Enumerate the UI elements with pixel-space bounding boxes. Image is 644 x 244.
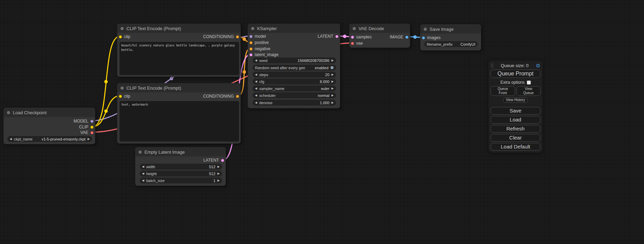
input-slot-model-label: model bbox=[255, 34, 266, 39]
node-save-image[interactable]: Save Image images filename_prefix ComfyU… bbox=[420, 24, 481, 51]
drag-handle-icon[interactable]: ⣿ bbox=[491, 63, 494, 67]
node-status-dot[interactable] bbox=[424, 28, 427, 31]
increment-arrow-icon[interactable]: ▶ bbox=[332, 59, 334, 62]
output-slot-vae-dot[interactable] bbox=[90, 131, 94, 134]
ckpt-name-combo-widget[interactable]: ◀ ckpt_name v1-5-pruned-emaonly.ckpt ▶ bbox=[7, 136, 92, 142]
link-conditioning-positive-dot[interactable] bbox=[242, 37, 246, 41]
denoise-number-widget[interactable]: ◀ denoise 1.000 ▶ bbox=[253, 100, 336, 106]
decrement-arrow-icon[interactable]: ◀ bbox=[142, 172, 144, 175]
extra-options-checkbox[interactable] bbox=[527, 81, 531, 84]
decrement-arrow-icon[interactable]: ◀ bbox=[10, 138, 12, 141]
view-queue-button[interactable]: View Queue bbox=[517, 86, 540, 96]
node-title-bar[interactable]: VAE Decode bbox=[350, 24, 410, 33]
output-slot-conditioning-dot[interactable] bbox=[236, 95, 239, 98]
node-title-bar[interactable]: Empty Latent Image bbox=[135, 147, 226, 156]
clear-button[interactable]: Clear bbox=[491, 134, 540, 142]
increment-arrow-icon[interactable]: ▶ bbox=[88, 138, 90, 141]
link-samples-dot[interactable] bbox=[343, 35, 346, 38]
link-conditioning-negative-dot[interactable] bbox=[242, 70, 246, 74]
decrement-arrow-icon[interactable]: ◀ bbox=[255, 80, 257, 83]
decrement-arrow-icon[interactable]: ◀ bbox=[255, 87, 257, 90]
sampler-name-combo-widget[interactable]: ◀ sampler_name euler ▶ bbox=[253, 85, 336, 91]
toggle-dot-icon[interactable] bbox=[330, 66, 334, 69]
queue-front-button[interactable]: Queue Front bbox=[491, 86, 515, 96]
settings-gear-icon[interactable]: ⚙ bbox=[536, 63, 540, 68]
node-title-bar[interactable]: CLIP Text Encode (Prompt) bbox=[117, 83, 240, 92]
node-status-dot[interactable] bbox=[121, 87, 124, 90]
increment-arrow-icon[interactable]: ▶ bbox=[332, 87, 334, 90]
view-history-button[interactable]: View History bbox=[503, 97, 528, 103]
output-slot-model-dot[interactable] bbox=[90, 120, 94, 123]
decrement-arrow-icon[interactable]: ◀ bbox=[255, 73, 257, 76]
output-slot-clip-dot[interactable] bbox=[90, 126, 94, 129]
node-status-dot[interactable] bbox=[7, 111, 10, 114]
increment-arrow-icon[interactable]: ▶ bbox=[218, 179, 220, 182]
cfg-number-widget[interactable]: ◀ cfg 8.000 ▶ bbox=[253, 79, 336, 84]
input-slot-images-dot[interactable] bbox=[422, 36, 425, 39]
batch-size-number-widget[interactable]: ◀ batch_size 1 ▶ bbox=[140, 178, 222, 183]
node-status-dot[interactable] bbox=[121, 27, 124, 30]
increment-arrow-icon[interactable]: ▶ bbox=[218, 172, 220, 175]
node-title-bar[interactable]: Load Checkpoint bbox=[4, 108, 95, 117]
prompt-textarea[interactable]: text, watermark bbox=[120, 101, 239, 142]
link-images-dot[interactable] bbox=[413, 35, 417, 39]
input-slot-negative-dot[interactable] bbox=[249, 47, 253, 51]
input-slot-vae-dot[interactable] bbox=[351, 42, 354, 45]
save-button[interactable]: Save bbox=[491, 107, 540, 115]
node-title-bar[interactable]: Save Image bbox=[421, 25, 481, 34]
comfy-menu-panel: ⣿ Queue size: 0 ⚙ Queue Prompt Extra opt… bbox=[488, 61, 542, 153]
seed-number-widget[interactable]: ◀ seed 156680208700286 ▶ bbox=[253, 57, 336, 63]
node-load-checkpoint[interactable]: Load Checkpoint MODEL CLIP VAE ◀ ckpt_na… bbox=[3, 108, 95, 144]
node-title-bar[interactable]: CLIP Text Encode (Prompt) bbox=[117, 24, 240, 33]
steps-number-widget[interactable]: ◀ steps 20 ▶ bbox=[253, 72, 336, 78]
decrement-arrow-icon[interactable]: ◀ bbox=[142, 165, 144, 168]
input-slot-samples-dot[interactable] bbox=[351, 36, 354, 39]
decrement-arrow-icon[interactable]: ◀ bbox=[255, 94, 257, 97]
node-canvas[interactable]: { "glyphs": { "left": "◀", "right": "▶",… bbox=[0, 0, 644, 244]
input-slot-positive-dot[interactable] bbox=[249, 41, 253, 44]
node-status-dot[interactable] bbox=[353, 27, 356, 30]
output-slot-conditioning-dot[interactable] bbox=[236, 35, 239, 38]
random-seed-toggle-widget[interactable]: Random seed after every gen enabled bbox=[253, 65, 336, 71]
input-slot-model-dot[interactable] bbox=[249, 35, 253, 38]
link-clip-positive-dot[interactable] bbox=[104, 80, 108, 83]
output-slot-latent-dot[interactable] bbox=[335, 35, 338, 38]
increment-arrow-icon[interactable]: ▶ bbox=[332, 80, 334, 83]
load-button[interactable]: Load bbox=[491, 116, 540, 124]
input-slot-clip-dot[interactable] bbox=[119, 95, 122, 98]
node-title-bar[interactable]: KSampler bbox=[248, 24, 340, 33]
increment-arrow-icon[interactable]: ▶ bbox=[332, 101, 334, 104]
node-status-dot[interactable] bbox=[139, 151, 142, 154]
load-default-button[interactable]: Load Default bbox=[491, 143, 540, 151]
input-slot-images-label: images bbox=[427, 35, 441, 40]
height-number-widget[interactable]: ◀ height 512 ▶ bbox=[140, 171, 222, 177]
queue-prompt-button[interactable]: Queue Prompt bbox=[491, 70, 540, 78]
extra-options-label: Extra options bbox=[500, 80, 524, 85]
increment-arrow-icon[interactable]: ▶ bbox=[218, 165, 220, 168]
node-vae-decode[interactable]: VAE Decode samples vae IMAGE bbox=[349, 24, 410, 48]
node-clip-text-encode-positive[interactable]: CLIP Text Encode (Prompt) clip CONDITION… bbox=[117, 24, 241, 77]
refresh-button[interactable]: Refresh bbox=[491, 125, 540, 133]
width-number-widget[interactable]: ◀ width 512 ▶ bbox=[140, 164, 222, 170]
node-ksampler[interactable]: KSampler model positive negative latent_… bbox=[248, 24, 340, 108]
decrement-arrow-icon[interactable]: ◀ bbox=[255, 101, 257, 104]
link-model-dot[interactable] bbox=[170, 77, 173, 80]
link-clip-negative-dot[interactable] bbox=[104, 109, 108, 113]
input-slot-latent-image-dot[interactable] bbox=[249, 53, 253, 56]
node-status-dot[interactable] bbox=[251, 27, 254, 30]
prompt-textarea[interactable]: beautiful scenery nature glass bottle la… bbox=[120, 42, 239, 75]
node-title: KSampler bbox=[257, 26, 277, 31]
scheduler-combo-widget[interactable]: ◀ scheduler normal ▶ bbox=[253, 92, 336, 98]
input-slot-clip-label: clip bbox=[124, 34, 130, 39]
node-clip-text-encode-negative[interactable]: CLIP Text Encode (Prompt) clip CONDITION… bbox=[117, 83, 241, 144]
increment-arrow-icon[interactable]: ▶ bbox=[332, 94, 334, 97]
widget-value: 1.000 bbox=[320, 101, 329, 105]
increment-arrow-icon[interactable]: ▶ bbox=[332, 73, 334, 76]
decrement-arrow-icon[interactable]: ◀ bbox=[142, 179, 144, 182]
output-slot-latent-dot[interactable] bbox=[221, 159, 224, 162]
filename-prefix-text-widget[interactable]: filename_prefix ComfyUI bbox=[424, 41, 478, 47]
input-slot-clip-dot[interactable] bbox=[119, 35, 122, 38]
node-empty-latent-image[interactable]: Empty Latent Image LATENT ◀ width 512 ▶ … bbox=[135, 147, 226, 186]
decrement-arrow-icon[interactable]: ◀ bbox=[255, 59, 257, 62]
output-slot-image-dot[interactable] bbox=[405, 36, 408, 39]
